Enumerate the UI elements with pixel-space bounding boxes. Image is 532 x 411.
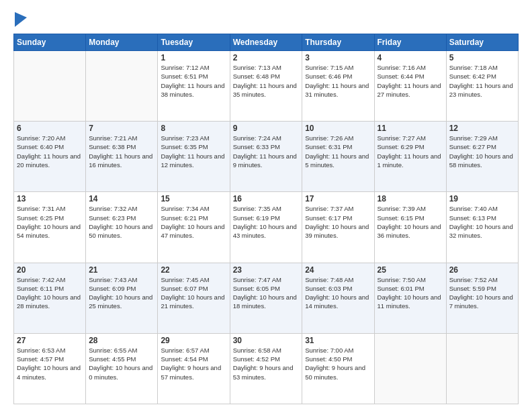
day-info: Sunrise: 7:23 AMSunset: 6:35 PMDaylight:… — [161, 134, 226, 169]
day-info: Sunrise: 7:50 AMSunset: 6:01 PMDaylight:… — [378, 275, 443, 311]
day-info: Sunrise: 7:24 AMSunset: 6:33 PMDaylight:… — [233, 134, 300, 169]
day-info: Sunrise: 7:45 AMSunset: 6:07 PMDaylight:… — [161, 275, 226, 311]
calendar-cell: 18Sunrise: 7:39 AMSunset: 6:15 PMDayligh… — [374, 192, 446, 263]
day-number: 19 — [449, 194, 515, 203]
weekday-header-wednesday: Wednesday — [230, 34, 302, 51]
day-info: Sunrise: 7:12 AMSunset: 6:51 PMDaylight:… — [161, 63, 226, 99]
day-info: Sunrise: 6:55 AMSunset: 4:55 PMDaylight:… — [89, 346, 154, 381]
day-info: Sunrise: 7:21 AMSunset: 6:38 PMDaylight:… — [89, 134, 154, 169]
day-number: 8 — [161, 124, 226, 133]
weekday-header-tuesday: Tuesday — [158, 34, 230, 51]
day-number: 9 — [233, 124, 300, 133]
calendar-cell: 15Sunrise: 7:34 AMSunset: 6:21 PMDayligh… — [158, 192, 230, 263]
day-info: Sunrise: 7:18 AMSunset: 6:42 PMDaylight:… — [449, 63, 515, 99]
day-number: 11 — [378, 124, 443, 133]
calendar-cell: 9Sunrise: 7:24 AMSunset: 6:33 PMDaylight… — [230, 122, 302, 192]
calendar-cell: 21Sunrise: 7:43 AMSunset: 6:09 PMDayligh… — [86, 263, 158, 333]
page: SundayMondayTuesdayWednesdayThursdayFrid… — [0, 0, 532, 411]
calendar-cell: 2Sunrise: 7:13 AMSunset: 6:48 PMDaylight… — [230, 51, 302, 122]
day-info: Sunrise: 7:37 AMSunset: 6:17 PMDaylight:… — [305, 204, 371, 240]
calendar-cell: 8Sunrise: 7:23 AMSunset: 6:35 PMDaylight… — [158, 122, 230, 192]
day-number: 25 — [378, 265, 443, 275]
day-number: 4 — [378, 53, 443, 62]
calendar-cell — [374, 333, 446, 404]
calendar-cell: 12Sunrise: 7:29 AMSunset: 6:27 PMDayligh… — [446, 122, 518, 192]
day-info: Sunrise: 7:32 AMSunset: 6:23 PMDaylight:… — [89, 204, 154, 240]
calendar-cell: 22Sunrise: 7:45 AMSunset: 6:07 PMDayligh… — [158, 263, 230, 333]
day-number: 14 — [89, 194, 154, 203]
day-number: 21 — [89, 265, 154, 275]
week-row-4: 20Sunrise: 7:42 AMSunset: 6:11 PMDayligh… — [14, 263, 519, 333]
day-number: 28 — [89, 336, 154, 345]
day-number: 17 — [305, 194, 371, 203]
calendar-cell: 5Sunrise: 7:18 AMSunset: 6:42 PMDaylight… — [446, 51, 518, 122]
day-number: 13 — [17, 194, 83, 203]
day-info: Sunrise: 7:15 AMSunset: 6:46 PMDaylight:… — [305, 63, 371, 99]
calendar-cell — [446, 333, 518, 404]
day-number: 31 — [305, 336, 371, 345]
day-number: 7 — [89, 124, 154, 133]
calendar-table: SundayMondayTuesdayWednesdayThursdayFrid… — [13, 34, 519, 404]
calendar-cell: 28Sunrise: 6:55 AMSunset: 4:55 PMDayligh… — [86, 333, 158, 404]
day-number: 26 — [449, 265, 515, 275]
header — [13, 12, 519, 27]
week-row-3: 13Sunrise: 7:31 AMSunset: 6:25 PMDayligh… — [14, 192, 519, 263]
day-info: Sunrise: 7:20 AMSunset: 6:40 PMDaylight:… — [17, 134, 83, 169]
calendar-cell: 13Sunrise: 7:31 AMSunset: 6:25 PMDayligh… — [14, 192, 86, 263]
calendar-cell: 6Sunrise: 7:20 AMSunset: 6:40 PMDaylight… — [14, 122, 86, 192]
day-info: Sunrise: 7:40 AMSunset: 6:13 PMDaylight:… — [449, 204, 515, 240]
weekday-header-sunday: Sunday — [14, 34, 86, 51]
day-number: 18 — [378, 194, 443, 203]
day-info: Sunrise: 7:34 AMSunset: 6:21 PMDaylight:… — [161, 204, 226, 240]
calendar-cell: 25Sunrise: 7:50 AMSunset: 6:01 PMDayligh… — [374, 263, 446, 333]
weekday-header-saturday: Saturday — [446, 34, 518, 51]
day-info: Sunrise: 7:43 AMSunset: 6:09 PMDaylight:… — [89, 275, 154, 311]
calendar-cell: 30Sunrise: 6:58 AMSunset: 4:52 PMDayligh… — [230, 333, 302, 404]
day-number: 27 — [17, 336, 83, 345]
day-number: 1 — [161, 53, 226, 62]
day-number: 15 — [161, 194, 226, 203]
day-info: Sunrise: 7:35 AMSunset: 6:19 PMDaylight:… — [233, 204, 300, 240]
calendar-cell: 24Sunrise: 7:48 AMSunset: 6:03 PMDayligh… — [302, 263, 374, 333]
day-info: Sunrise: 7:47 AMSunset: 6:05 PMDaylight:… — [233, 275, 300, 311]
day-info: Sunrise: 7:48 AMSunset: 6:03 PMDaylight:… — [305, 275, 371, 311]
weekday-header-row: SundayMondayTuesdayWednesdayThursdayFrid… — [14, 34, 519, 51]
day-number: 16 — [233, 194, 300, 203]
calendar-cell: 17Sunrise: 7:37 AMSunset: 6:17 PMDayligh… — [302, 192, 374, 263]
day-info: Sunrise: 7:26 AMSunset: 6:31 PMDaylight:… — [305, 134, 371, 169]
day-number: 22 — [161, 265, 226, 275]
logo-icon — [15, 12, 27, 27]
day-info: Sunrise: 7:16 AMSunset: 6:44 PMDaylight:… — [378, 63, 443, 99]
logo — [13, 12, 28, 27]
day-number: 20 — [17, 265, 83, 275]
day-info: Sunrise: 6:57 AMSunset: 4:54 PMDaylight:… — [161, 346, 226, 381]
weekday-header-friday: Friday — [374, 34, 446, 51]
day-number: 6 — [17, 124, 83, 133]
week-row-5: 27Sunrise: 6:53 AMSunset: 4:57 PMDayligh… — [14, 333, 519, 404]
day-number: 10 — [305, 124, 371, 133]
day-number: 23 — [233, 265, 300, 275]
day-number: 2 — [233, 53, 300, 62]
day-number: 30 — [233, 336, 300, 345]
day-info: Sunrise: 7:13 AMSunset: 6:48 PMDaylight:… — [233, 63, 300, 99]
day-number: 29 — [161, 336, 226, 345]
day-info: Sunrise: 7:42 AMSunset: 6:11 PMDaylight:… — [17, 275, 83, 311]
calendar-cell: 11Sunrise: 7:27 AMSunset: 6:29 PMDayligh… — [374, 122, 446, 192]
day-info: Sunrise: 7:52 AMSunset: 5:59 PMDaylight:… — [449, 275, 515, 311]
week-row-2: 6Sunrise: 7:20 AMSunset: 6:40 PMDaylight… — [14, 122, 519, 192]
calendar-cell: 3Sunrise: 7:15 AMSunset: 6:46 PMDaylight… — [302, 51, 374, 122]
calendar-cell: 31Sunrise: 7:00 AMSunset: 4:50 PMDayligh… — [302, 333, 374, 404]
weekday-header-monday: Monday — [86, 34, 158, 51]
calendar-cell: 19Sunrise: 7:40 AMSunset: 6:13 PMDayligh… — [446, 192, 518, 263]
day-info: Sunrise: 6:58 AMSunset: 4:52 PMDaylight:… — [233, 346, 300, 381]
day-info: Sunrise: 7:39 AMSunset: 6:15 PMDaylight:… — [378, 204, 443, 240]
day-info: Sunrise: 7:29 AMSunset: 6:27 PMDaylight:… — [449, 134, 515, 169]
calendar-cell: 23Sunrise: 7:47 AMSunset: 6:05 PMDayligh… — [230, 263, 302, 333]
day-number: 5 — [449, 53, 515, 62]
day-info: Sunrise: 7:27 AMSunset: 6:29 PMDaylight:… — [378, 134, 443, 169]
calendar-cell: 16Sunrise: 7:35 AMSunset: 6:19 PMDayligh… — [230, 192, 302, 263]
day-number: 24 — [305, 265, 371, 275]
day-number: 3 — [305, 53, 371, 62]
calendar-cell: 20Sunrise: 7:42 AMSunset: 6:11 PMDayligh… — [14, 263, 86, 333]
weekday-header-thursday: Thursday — [302, 34, 374, 51]
